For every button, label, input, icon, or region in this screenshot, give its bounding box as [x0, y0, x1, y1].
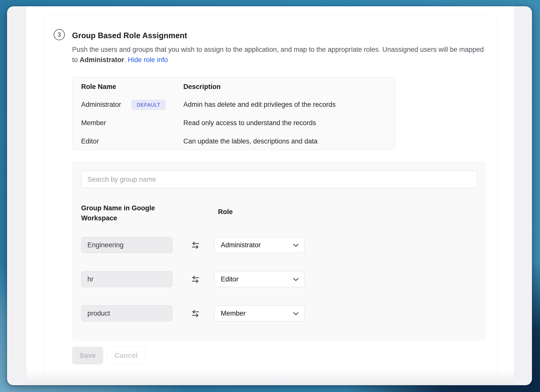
roles-info-table: Role Name Description Administrator DEFA… — [72, 77, 395, 150]
role-description-cell: Read only access to understand the recor… — [183, 119, 316, 127]
step-number-badge: 3 — [54, 29, 65, 40]
section-title: Group Based Role Assignment — [72, 30, 187, 41]
hide-role-info-link[interactable]: Hide role info — [128, 56, 168, 64]
role-name-cell: Editor — [81, 137, 99, 145]
default-role-name: Administrator — [80, 56, 124, 64]
role-assignment-card: 3 Group Based Role Assignment Push the u… — [43, 16, 498, 376]
default-role-badge: DEFAULT — [131, 100, 166, 110]
swap-arrows-icon — [191, 275, 200, 283]
role-select-value: Member — [221, 310, 246, 317]
swap-arrows-icon — [191, 241, 200, 249]
section-description: Push the users and groups that you wish … — [72, 44, 487, 65]
role-description-cell: Can update the lables, descriptions and … — [183, 137, 317, 145]
description-period: . — [124, 56, 128, 64]
group-search-input[interactable] — [81, 171, 477, 188]
app-window: 3 Group Based Role Assignment Push the u… — [7, 6, 532, 385]
cancel-button[interactable]: Cancel — [107, 347, 145, 364]
description-column-header: Description — [183, 82, 221, 91]
mapping-row: product Member — [72, 305, 485, 321]
role-name-cell: Member — [81, 119, 106, 127]
group-mapping-panel: Group Name in Google Workspace Role Engi… — [72, 162, 485, 340]
role-select-value: Editor — [221, 275, 239, 283]
desktop-background: { "step": { "number": "3", "title": "Gro… — [0, 0, 540, 392]
group-name-column-header: Group Name in Google Workspace — [81, 203, 164, 223]
role-select-value: Administrator — [221, 241, 261, 249]
swap-arrows-icon — [191, 310, 200, 318]
mapping-row: Engineering Administrator — [72, 237, 485, 253]
role-select[interactable]: Member — [214, 305, 305, 321]
role-select[interactable]: Editor — [214, 271, 305, 287]
chevron-down-icon — [293, 312, 299, 315]
chevron-down-icon — [293, 244, 299, 247]
chevron-down-icon — [293, 278, 299, 281]
role-column-header: Role — [218, 207, 233, 217]
group-name-field: hr — [81, 271, 173, 287]
role-select[interactable]: Administrator — [214, 237, 305, 253]
role-name-cell: Administrator — [81, 100, 121, 109]
group-name-field: Engineering — [81, 237, 173, 253]
group-name-field: product — [81, 305, 173, 321]
role-description-cell: Admin has delete and edit privileges of … — [183, 100, 336, 109]
role-name-column-header: Role Name — [81, 82, 116, 91]
save-button[interactable]: Save — [72, 347, 103, 364]
mapping-row: hr Editor — [72, 271, 485, 287]
content-column: 3 Group Based Role Assignment Push the u… — [26, 6, 514, 385]
